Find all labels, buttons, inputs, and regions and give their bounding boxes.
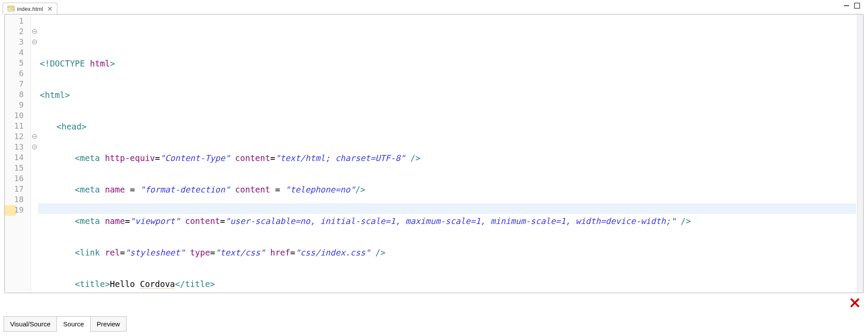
file-tab-title: index.html [17, 6, 43, 12]
line-number: 9 [11, 100, 24, 109]
code-line: <meta name="viewport" content="user-scal… [38, 216, 856, 226]
line-number: 5 [11, 58, 24, 67]
line-number: 13 [11, 142, 24, 151]
svg-rect-3 [844, 5, 849, 6]
line-number: 1 [11, 16, 24, 25]
editor-tab-bar: HTM index.html [0, 0, 868, 14]
fold-toggle-icon[interactable] [32, 39, 37, 45]
line-number: 12 [11, 132, 24, 141]
svg-text:HTM: HTM [9, 8, 14, 11]
code-line: <meta name = "format-detection" content … [38, 184, 856, 195]
line-number: 3 [11, 37, 24, 46]
svg-rect-1 [8, 6, 14, 8]
line-number: 10 [11, 111, 24, 120]
close-icon[interactable] [47, 6, 53, 11]
line-number: 19 [11, 205, 24, 214]
overview-ruler[interactable] [857, 14, 863, 293]
tab-source[interactable]: Source [57, 316, 91, 332]
fold-gutter [31, 14, 38, 293]
line-number: 15 [11, 163, 24, 172]
tab-preview[interactable]: Preview [91, 316, 127, 332]
minimize-icon[interactable] [843, 3, 850, 9]
fold-toggle-icon[interactable] [32, 134, 37, 139]
line-number: 18 [11, 195, 24, 204]
code-line: <title>Hello Cordova</title> [38, 279, 856, 289]
line-number-gutter: 1 2 3 4 5 6 7 8 9 10 11 12 13 14 15 16 1… [5, 14, 31, 293]
line-number: 14 [11, 153, 24, 162]
fold-toggle-icon[interactable] [32, 29, 37, 34]
line-number: 6 [11, 69, 24, 78]
current-line-highlight [38, 203, 856, 214]
html-file-icon: HTM [7, 5, 14, 12]
line-number: 4 [11, 48, 24, 57]
fold-toggle-icon[interactable] [32, 144, 37, 150]
svg-rect-4 [854, 3, 860, 8]
line-number: 8 [11, 90, 24, 99]
line-number: 16 [11, 174, 24, 183]
file-tab[interactable]: HTM index.html [3, 3, 57, 14]
editor-frame: 1 2 3 4 5 6 7 8 9 10 11 12 13 14 15 16 1… [4, 14, 864, 293]
line-number: 11 [11, 121, 24, 130]
maximize-icon[interactable] [854, 3, 860, 9]
editor-mode-tabs: Visual/Source Source Preview [4, 316, 127, 332]
code-line: <head> [38, 121, 856, 132]
code-line: <link rel="stylesheet" type="text/css" h… [38, 247, 856, 258]
error-close-icon[interactable] [850, 298, 860, 308]
line-number: 17 [11, 184, 24, 193]
code-line: <html> [38, 90, 856, 100]
line-number: 7 [11, 79, 24, 88]
code-line: <!DOCTYPE html> [38, 58, 856, 69]
tab-visual-source[interactable]: Visual/Source [4, 316, 57, 332]
code-editor[interactable]: <!DOCTYPE html> <html> <head> <meta http… [38, 14, 856, 293]
code-line: <meta http-equiv="Content-Type" content=… [38, 153, 856, 163]
line-number: 2 [11, 27, 24, 36]
window-controls [843, 3, 860, 9]
